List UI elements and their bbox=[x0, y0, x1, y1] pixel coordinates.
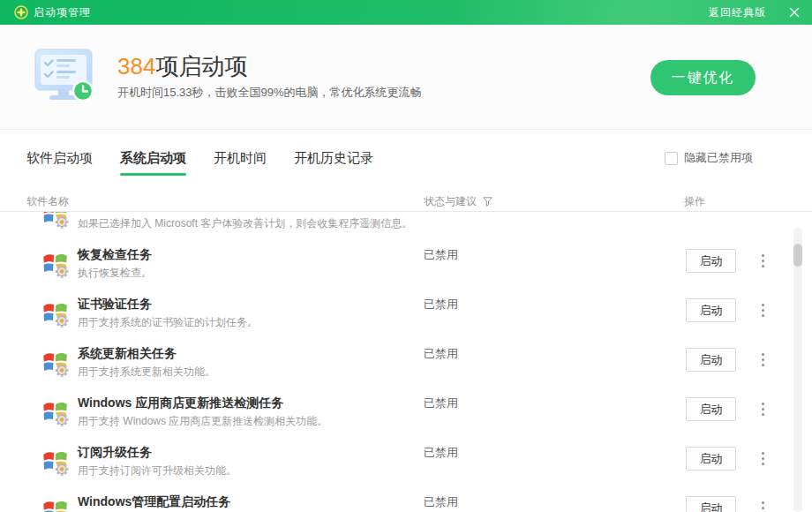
windows-task-icon bbox=[41, 496, 71, 512]
windows-task-icon bbox=[41, 212, 71, 230]
hide-disabled-label: 隐藏已禁用项 bbox=[684, 150, 753, 166]
task-description: 如果已选择加入 Microsoft 客户体验改善计划，则会收集程序遥测信息。 bbox=[78, 216, 412, 231]
task-description: 用于支持系统的证书验证的计划任务。 bbox=[78, 315, 258, 330]
more-options-icon[interactable] bbox=[753, 397, 772, 421]
more-options-icon[interactable] bbox=[753, 298, 772, 322]
enable-button[interactable]: 启动 bbox=[686, 447, 736, 471]
task-status: 已禁用 bbox=[424, 445, 458, 461]
tab-bar: 软件启动项系统启动项开机时间开机历史记录 bbox=[26, 150, 401, 176]
column-status-label: 状态与建议 bbox=[424, 194, 477, 209]
more-options-icon[interactable] bbox=[753, 249, 772, 273]
startup-items-list: 如果已选择加入 Microsoft 客户体验改善计划，则会收集程序遥测信息。 bbox=[0, 212, 812, 512]
task-status: 已禁用 bbox=[424, 395, 458, 411]
table-header: 软件名称 状态与建议 操作 bbox=[0, 192, 812, 212]
task-title: 证书验证任务 bbox=[78, 295, 152, 312]
task-title: 订阅升级任务 bbox=[78, 443, 152, 461]
windows-task-icon bbox=[41, 397, 71, 427]
filter-funnel-icon[interactable] bbox=[483, 197, 492, 207]
task-title: 系统更新相关任务 bbox=[78, 344, 177, 362]
windows-task-icon bbox=[41, 348, 71, 378]
startup-monitor-icon bbox=[32, 48, 95, 108]
more-options-icon[interactable] bbox=[753, 496, 772, 512]
task-status: 已禁用 bbox=[424, 346, 458, 362]
more-options-icon[interactable] bbox=[753, 447, 772, 471]
column-status: 状态与建议 bbox=[424, 194, 492, 209]
startup-count-suffix: 项启动项 bbox=[155, 53, 247, 79]
summary-header: 384项启动项 开机时间15.33秒，击败全国99%的电脑，常优化系统更流畅 一… bbox=[0, 25, 812, 130]
column-action: 操作 bbox=[684, 194, 705, 209]
more-options-icon[interactable] bbox=[753, 348, 772, 372]
table-row: 证书验证任务 用于支持系统的证书验证的计划任务。 已禁用 启动 bbox=[0, 290, 812, 339]
tab-0[interactable]: 软件启动项 bbox=[26, 150, 93, 176]
scrollbar-track[interactable] bbox=[793, 228, 802, 512]
task-description: 用于支持 Windows 应用商店更新推送检测相关功能。 bbox=[78, 414, 327, 429]
table-row: 系统更新相关任务 用于支持系统更新相关功能。 已禁用 启动 bbox=[0, 339, 812, 388]
task-description: 用于支持系统更新相关功能。 bbox=[78, 365, 215, 380]
window-title: 启动项管理 bbox=[34, 5, 91, 20]
startup-count-number: 384 bbox=[117, 53, 155, 79]
enable-button[interactable]: 启动 bbox=[686, 348, 736, 372]
windows-task-icon bbox=[41, 249, 71, 279]
enable-button[interactable]: 启动 bbox=[686, 298, 736, 322]
tab-3[interactable]: 开机历史记录 bbox=[294, 150, 373, 176]
windows-task-icon bbox=[41, 298, 71, 328]
tab-1[interactable]: 系统启动项 bbox=[120, 150, 186, 176]
task-title: 恢复检查任务 bbox=[78, 245, 152, 263]
column-software-name: 软件名称 bbox=[26, 194, 69, 209]
boot-time-subtitle: 开机时间15.33秒，击败全国99%的电脑，常优化系统更流畅 bbox=[117, 85, 422, 101]
startup-manager-window: 启动项管理 返回经典版 bbox=[0, 0, 812, 512]
task-status: 已禁用 bbox=[424, 494, 458, 510]
startup-count-title: 384项启动项 bbox=[117, 51, 247, 82]
back-to-classic-link[interactable]: 返回经典版 bbox=[709, 5, 766, 20]
hide-disabled-toggle[interactable]: 隐藏已禁用项 bbox=[665, 150, 753, 166]
hide-disabled-checkbox[interactable] bbox=[665, 152, 678, 165]
task-status: 已禁用 bbox=[424, 297, 458, 312]
task-status: 已禁用 bbox=[424, 247, 458, 263]
task-title: Windows 应用商店更新推送检测任务 bbox=[78, 394, 283, 411]
table-row: Windows管理配置启动任务 已禁用 启动 bbox=[0, 487, 812, 512]
titlebar: 启动项管理 返回经典版 bbox=[0, 0, 812, 25]
tab-2[interactable]: 开机时间 bbox=[214, 150, 267, 176]
table-row: 订阅升级任务 用于支持订阅许可升级相关功能。 已禁用 启动 bbox=[0, 438, 812, 487]
enable-button[interactable]: 启动 bbox=[686, 249, 736, 273]
enable-button[interactable]: 启动 bbox=[686, 496, 736, 512]
app-logo-icon bbox=[14, 5, 28, 19]
close-icon[interactable] bbox=[782, 0, 807, 25]
scrollbar-thumb[interactable] bbox=[793, 244, 802, 267]
table-row: 恢复检查任务 执行恢复检查。 已禁用 启动 bbox=[0, 240, 812, 290]
task-description: 用于支持订阅许可升级相关功能。 bbox=[78, 463, 237, 478]
task-title: Windows管理配置启动任务 bbox=[78, 493, 230, 510]
one-click-optimize-button[interactable]: 一键优化 bbox=[650, 60, 756, 95]
table-row: Windows 应用商店更新推送检测任务 用于支持 Windows 应用商店更新… bbox=[0, 388, 812, 438]
table-row: 如果已选择加入 Microsoft 客户体验改善计划，则会收集程序遥测信息。 bbox=[0, 212, 812, 240]
windows-task-icon bbox=[41, 447, 71, 477]
enable-button[interactable]: 启动 bbox=[686, 397, 736, 421]
task-description: 执行恢复检查。 bbox=[78, 266, 152, 281]
